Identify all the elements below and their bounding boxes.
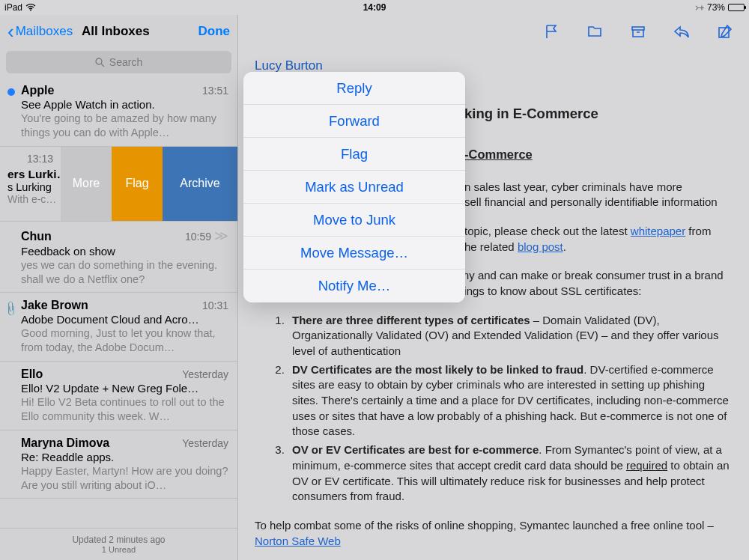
message-time: 13:13 (7, 153, 53, 165)
inbox-title: All Inboxes (82, 24, 150, 39)
norton-link[interactable]: Norton Safe Web (255, 535, 341, 547)
message-subject: See Apple Watch in action. (21, 98, 228, 111)
message-row[interactable]: Chun 10:59≫ Feedback on show yes we can … (0, 222, 237, 293)
battery-icon (728, 4, 745, 11)
done-button[interactable]: Done (198, 24, 231, 39)
email-paragraph: To help combat some of the risks of onli… (255, 518, 733, 549)
message-preview: Happy Easter, Martyn! How are you doing?… (21, 464, 228, 493)
email-paragraph: topic, please check out the latest white… (464, 224, 733, 255)
mailboxes-back-button[interactable]: ‹ Mailboxes (7, 22, 73, 41)
reply-icon[interactable] (673, 22, 691, 40)
popover-mark-unread[interactable]: Mark as Unread (243, 171, 465, 204)
swipe-archive-button[interactable]: Archive (163, 147, 237, 221)
device-label: iPad (4, 2, 22, 13)
message-sender: Maryna Dimova (21, 436, 109, 450)
wifi-icon (25, 4, 36, 11)
search-input[interactable]: Search (6, 51, 231, 73)
svg-line-2 (101, 64, 104, 67)
flag-icon[interactable] (542, 22, 560, 40)
archive-icon[interactable] (629, 22, 647, 40)
message-sender: ers Lurki… (7, 168, 56, 181)
message-list-pane: ‹ Mailboxes All Inboxes Done Search Appl… (0, 15, 238, 560)
svg-rect-3 (632, 27, 644, 30)
message-sender: Jake Brown (21, 299, 88, 312)
message-row[interactable]: Ello Yesterday Ello! V2 Update + New Gre… (0, 362, 237, 430)
action-popover: Reply Forward Flag Mark as Unread Move t… (243, 72, 465, 302)
battery-percent: 73% (707, 2, 725, 13)
message-row[interactable]: 📎 Jake Brown 10:31 Adobe Document Cloud … (0, 293, 237, 362)
thread-chevron-icon: ≫ (214, 228, 228, 243)
message-sender: Chun (21, 230, 52, 243)
popover-move-message[interactable]: Move Message… (243, 237, 465, 270)
message-row-swiped[interactable]: 13:13 ers Lurki… s Lurking With e-c… Mor… (0, 147, 237, 222)
popover-notify[interactable]: Notify Me… (243, 270, 465, 302)
list-item: DV Certificates are the most likely to b… (288, 362, 733, 439)
message-subject: Ello! V2 Update + New Greg Fole… (21, 382, 228, 395)
message-row-partial: 13:13 ers Lurki… s Lurking With e-c… (0, 147, 61, 221)
list-item: There are three different types of certi… (288, 313, 733, 359)
message-subject: Re: Readdle apps. (21, 451, 228, 463)
whitepaper-link[interactable]: whitepaper (631, 225, 685, 237)
search-placeholder: Search (109, 56, 142, 68)
message-row[interactable]: Apple 13:51 See Apple Watch in action. Y… (0, 78, 237, 147)
back-label: Mailboxes (16, 24, 73, 39)
detail-toolbar (238, 15, 749, 48)
clock: 14:09 (363, 2, 386, 13)
message-time: Yesterday (182, 437, 228, 449)
message-subject: Adobe Document Cloud and Acro… (21, 313, 228, 326)
message-time: Yesterday (182, 368, 228, 380)
blogpost-link[interactable]: blog post (518, 240, 563, 253)
message-sender: Ello (21, 368, 43, 381)
list-item: OV or EV Certificates are best for e-com… (288, 442, 733, 505)
popover-move-junk[interactable]: Move to Junk (243, 204, 465, 237)
message-preview: Good morning, Just to let you know that,… (21, 326, 228, 355)
sidebar-navbar: ‹ Mailboxes All Inboxes Done (0, 15, 237, 48)
swipe-more-button[interactable]: More (61, 147, 112, 221)
message-preview: yes we can do something in the evening. … (21, 258, 228, 287)
message-subject: Feedback on show (21, 245, 228, 258)
unread-dot-icon (7, 88, 15, 96)
chevron-left-icon: ‹ (7, 22, 14, 41)
status-bar: iPad 14:09 ᚛ᚐ 73% (0, 0, 749, 15)
swipe-flag-button[interactable]: Flag (112, 147, 163, 221)
popover-forward[interactable]: Forward (243, 105, 465, 138)
message-time: 10:31 (202, 299, 228, 311)
svg-point-0 (30, 10, 31, 11)
bluetooth-icon: ᚛ᚐ (695, 2, 704, 13)
message-preview: With e-c… (7, 193, 56, 205)
message-subject: s Lurking (7, 181, 56, 193)
message-list[interactable]: Apple 13:51 See Apple Watch in action. Y… (0, 78, 237, 528)
compose-icon[interactable] (716, 22, 734, 40)
footer-updated: Updated 2 minutes ago (0, 535, 237, 545)
popover-reply[interactable]: Reply (243, 72, 465, 105)
message-sender: Apple (21, 84, 54, 97)
message-preview: You're going to be amazed by how many th… (21, 112, 228, 140)
message-time: 13:51 (202, 85, 228, 97)
folder-icon[interactable] (586, 22, 604, 40)
footer-unread-count: 1 Unread (0, 545, 237, 554)
message-preview: Hi! Ello V2 Beta continues to roll out t… (21, 395, 228, 424)
email-title: king in E-Commerce (464, 104, 733, 124)
message-time: 10:59≫ (185, 228, 228, 244)
message-row[interactable]: Maryna Dimova Yesterday Re: Readdle apps… (0, 430, 237, 499)
popover-flag[interactable]: Flag (243, 138, 465, 171)
search-icon (95, 58, 105, 67)
email-heading: -Commerce (464, 146, 733, 163)
svg-point-1 (96, 58, 102, 64)
attachment-icon: 📎 (2, 300, 19, 317)
email-list: There are three different types of certi… (288, 313, 733, 505)
email-paragraph: n sales last year, cyber criminals have … (464, 180, 733, 210)
sidebar-footer: Updated 2 minutes ago 1 Unread (0, 528, 237, 560)
